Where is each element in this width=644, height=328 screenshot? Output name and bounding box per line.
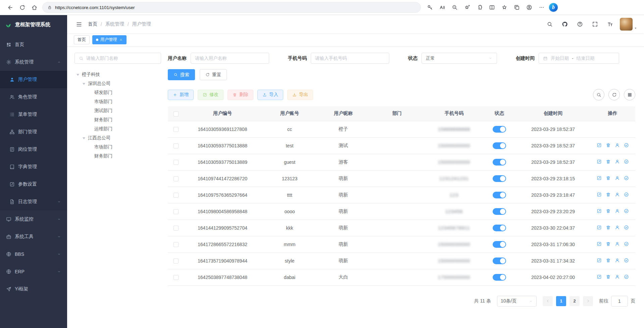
- next-page-button[interactable]: [583, 296, 593, 306]
- reset-password-action-button[interactable]: [615, 258, 620, 263]
- delete-action-button[interactable]: [606, 274, 611, 279]
- row-checkbox[interactable]: [174, 209, 179, 214]
- edit-action-button[interactable]: [597, 159, 602, 164]
- import-button[interactable]: 导入: [257, 90, 283, 100]
- status-toggle[interactable]: [493, 159, 506, 166]
- assign-role-action-button[interactable]: [624, 274, 629, 279]
- tree-node[interactable]: 市场部门: [75, 97, 161, 106]
- tree-node[interactable]: 江西总公司: [75, 133, 161, 142]
- status-toggle[interactable]: [493, 126, 506, 133]
- status-toggle[interactable]: [493, 175, 506, 182]
- assign-role-action-button[interactable]: [624, 143, 629, 148]
- status-toggle[interactable]: [493, 142, 506, 149]
- tab-close-icon[interactable]: [119, 38, 123, 42]
- page-button[interactable]: 1: [556, 296, 566, 306]
- row-checkbox[interactable]: [174, 242, 179, 247]
- sidebar-item[interactable]: 系统监控: [0, 210, 67, 228]
- row-checkbox[interactable]: [174, 193, 179, 198]
- delete-action-button[interactable]: [606, 225, 611, 230]
- assign-role-action-button[interactable]: [624, 258, 629, 263]
- row-checkbox[interactable]: [174, 275, 179, 280]
- edit-action-button[interactable]: [597, 143, 602, 148]
- status-toggle[interactable]: [493, 241, 506, 248]
- github-button[interactable]: [560, 19, 570, 29]
- reset-password-action-button[interactable]: [615, 143, 620, 148]
- more-button[interactable]: [537, 2, 547, 13]
- delete-action-button[interactable]: [606, 192, 611, 197]
- help-button[interactable]: [575, 19, 585, 29]
- refresh-button[interactable]: [17, 2, 28, 13]
- tab-item[interactable]: 首页: [74, 35, 90, 44]
- search-button[interactable]: 搜索: [168, 69, 195, 80]
- edit-action-button[interactable]: [597, 176, 602, 181]
- reset-password-action-button[interactable]: [615, 241, 620, 246]
- tab-active[interactable]: 用户管理: [92, 35, 127, 44]
- assign-role-action-button[interactable]: [624, 176, 629, 181]
- tree-expand-caret-icon[interactable]: [83, 137, 85, 141]
- refresh-tool-button[interactable]: [608, 89, 620, 100]
- status-select[interactable]: 正常: [422, 53, 497, 64]
- prev-page-button[interactable]: [543, 296, 553, 306]
- back-button[interactable]: [5, 2, 15, 13]
- sidebar-item[interactable]: 用户管理: [0, 71, 67, 88]
- reset-password-action-button[interactable]: [615, 176, 620, 181]
- row-checkbox[interactable]: [174, 226, 179, 231]
- delete-action-button[interactable]: [606, 241, 611, 246]
- sidebar-item[interactable]: Yi框架: [0, 280, 67, 298]
- tree-node[interactable]: 市场部门: [75, 142, 161, 151]
- sidebar-item[interactable]: 首页: [0, 36, 67, 53]
- search-tool-button[interactable]: [593, 89, 604, 100]
- row-checkbox[interactable]: [174, 160, 179, 165]
- zoom-button[interactable]: [450, 2, 460, 13]
- sidebar-item[interactable]: 日志管理: [0, 193, 67, 210]
- reset-password-action-button[interactable]: [615, 274, 620, 279]
- edit-action-button[interactable]: [597, 225, 602, 230]
- collections-button[interactable]: [512, 2, 522, 13]
- dept-search-input[interactable]: [86, 56, 157, 61]
- phone-input[interactable]: [311, 53, 389, 64]
- edit-action-button[interactable]: [597, 274, 602, 279]
- assign-role-action-button[interactable]: [624, 208, 629, 214]
- delete-action-button[interactable]: [606, 208, 611, 214]
- date-range-picker[interactable]: 开始日期 - 结束日期: [539, 53, 619, 64]
- edit-action-button[interactable]: [597, 241, 602, 246]
- breadcrumb-item[interactable]: 首页: [88, 21, 97, 27]
- edit-action-button[interactable]: [597, 208, 602, 214]
- sidebar-toggle-button[interactable]: [74, 19, 84, 29]
- reset-password-action-button[interactable]: [615, 225, 620, 230]
- sidebar-item[interactable]: 菜单管理: [0, 106, 67, 123]
- sidebar-item[interactable]: 字典管理: [0, 158, 67, 176]
- search-button[interactable]: [545, 19, 555, 29]
- edit-action-button[interactable]: [597, 192, 602, 197]
- tree-node[interactable]: 运维部门: [75, 124, 161, 133]
- fullscreen-button[interactable]: [590, 19, 600, 29]
- tree-node[interactable]: 财务部门: [75, 151, 161, 160]
- sidebar-item[interactable]: ERP: [0, 263, 67, 280]
- delete-action-button[interactable]: [606, 159, 611, 164]
- reset-password-action-button[interactable]: [615, 192, 620, 197]
- font-size-button[interactable]: [605, 19, 615, 29]
- assign-role-action-button[interactable]: [624, 159, 629, 164]
- reset-button[interactable]: 重置: [200, 69, 227, 80]
- sidebar-item[interactable]: 系统管理: [0, 53, 67, 71]
- row-checkbox[interactable]: [174, 143, 179, 148]
- tree-node[interactable]: 研发部门: [75, 88, 161, 97]
- favorites-add-button[interactable]: [462, 2, 472, 13]
- sidebar-item[interactable]: 部门管理: [0, 123, 67, 141]
- assign-role-action-button[interactable]: [624, 225, 629, 230]
- tree-expand-caret-icon[interactable]: [83, 83, 85, 86]
- split-screen-button[interactable]: [487, 2, 497, 13]
- row-checkbox[interactable]: [174, 127, 179, 132]
- status-toggle[interactable]: [493, 225, 506, 231]
- row-checkbox[interactable]: [174, 176, 179, 181]
- username-input[interactable]: [191, 53, 269, 64]
- sidebar-item[interactable]: BBS: [0, 245, 67, 263]
- delete-action-button[interactable]: [606, 143, 611, 148]
- row-checkbox[interactable]: [174, 259, 179, 264]
- breadcrumb-item[interactable]: 系统管理: [105, 21, 124, 27]
- sidebar-item[interactable]: 角色管理: [0, 88, 67, 106]
- delete-button[interactable]: 删除: [228, 90, 253, 100]
- sidebar-item[interactable]: 系统工具: [0, 228, 67, 245]
- favorites-button[interactable]: [499, 2, 509, 13]
- modify-button[interactable]: 修改: [198, 90, 224, 100]
